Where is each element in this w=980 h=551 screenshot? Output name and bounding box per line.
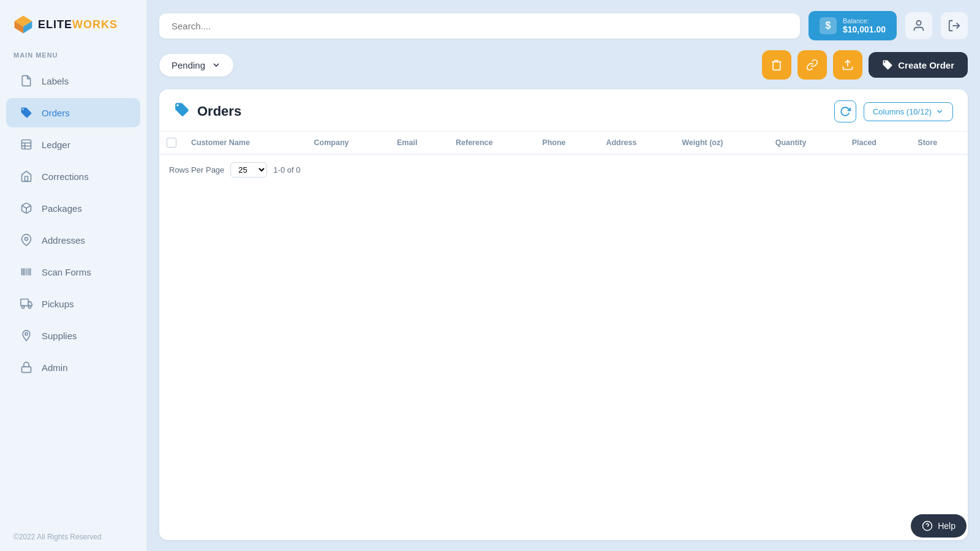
rows-per-page-label: Rows Per Page [169, 165, 224, 174]
truck-icon [20, 297, 33, 310]
sidebar-item-label: Ledger [42, 140, 70, 150]
sidebar-item-addresses[interactable]: Addresses [6, 225, 140, 255]
sidebar-item-label: Addresses [42, 235, 85, 246]
sidebar-item-label: Scan Forms [42, 267, 91, 277]
pagination-bar: Rows Per Page 25 50 100 1-0 of 0 [159, 154, 968, 185]
rows-per-page-select[interactable]: 25 50 100 [230, 162, 267, 178]
brand-name: ELITEWORKS [38, 18, 118, 31]
svg-rect-20 [22, 367, 31, 372]
checkbox-column [159, 132, 184, 154]
card-title: Orders [197, 103, 827, 119]
col-reference: Reference [448, 132, 535, 154]
balance-button[interactable]: $ Balance: $10,001.00 [809, 11, 897, 40]
pagination-text: 1-0 of 0 [273, 165, 300, 174]
svg-point-10 [25, 238, 28, 241]
balance-amount: $10,001.00 [843, 24, 886, 34]
logo-cube-icon [12, 13, 34, 36]
upload-icon [842, 59, 854, 71]
help-icon [922, 520, 933, 531]
sidebar-item-supplies[interactable]: Supplies [6, 321, 140, 350]
search-input[interactable] [159, 13, 800, 39]
logout-button[interactable] [941, 12, 968, 39]
sidebar: ELITEWORKS MAIN MENU Labels Orders Ledge… [0, 0, 147, 551]
sidebar-item-admin[interactable]: Admin [6, 353, 140, 382]
orders-table: Customer Name Company Email Reference Ph… [159, 132, 968, 154]
orders-header-icon [174, 102, 190, 121]
col-customer-name: Customer Name [184, 132, 307, 154]
topbar: $ Balance: $10,001.00 [159, 11, 968, 40]
tag-icon [20, 106, 33, 119]
sidebar-item-label: Admin [42, 362, 68, 373]
balance-label: Balance: [843, 17, 886, 24]
file-icon [20, 74, 33, 88]
svg-rect-17 [21, 299, 29, 306]
supplies-icon [20, 329, 33, 342]
refresh-icon [840, 106, 851, 117]
col-phone: Phone [535, 132, 598, 154]
svg-point-18 [22, 305, 24, 308]
delete-button[interactable] [762, 50, 791, 80]
col-company: Company [307, 132, 390, 154]
logo: ELITEWORKS [0, 0, 146, 47]
sidebar-item-scan-forms[interactable]: Scan Forms [6, 257, 140, 287]
filter-dropdown[interactable]: Pending [159, 54, 233, 77]
col-email: Email [390, 132, 448, 154]
lock-icon [20, 361, 33, 374]
sidebar-item-label: Corrections [42, 171, 89, 182]
columns-label: Columns (10/12) [873, 107, 932, 116]
user-button[interactable] [905, 12, 932, 39]
svg-rect-4 [22, 140, 31, 149]
create-order-button[interactable]: Create Order [869, 52, 968, 78]
sidebar-item-labels[interactable]: Labels [6, 66, 140, 96]
orders-card: Orders Columns (10/12) [159, 89, 968, 540]
balance-dollar-icon: $ [820, 17, 837, 34]
sidebar-item-label: Orders [42, 108, 70, 118]
menu-label: MAIN MENU [0, 47, 146, 65]
sidebar-item-pickups[interactable]: Pickups [6, 289, 140, 318]
svg-point-19 [28, 305, 31, 308]
help-label: Help [938, 521, 956, 531]
svg-point-21 [916, 21, 921, 25]
col-weight: Weight (oz) [674, 132, 767, 154]
card-header: Orders Columns (10/12) [159, 89, 968, 132]
tag-filled-icon [882, 59, 893, 70]
chevron-down-small-icon [935, 107, 944, 116]
corrections-icon [20, 170, 33, 183]
barcode-icon [20, 265, 33, 279]
col-store: Store [910, 132, 968, 154]
link-button[interactable] [797, 50, 827, 80]
location-icon [20, 233, 33, 247]
col-placed: Placed [845, 132, 911, 154]
trash-icon [771, 59, 783, 71]
sidebar-item-packages[interactable]: Packages [6, 193, 140, 223]
table-header: Customer Name Company Email Reference Ph… [159, 132, 968, 154]
link-icon [806, 59, 818, 71]
columns-button[interactable]: Columns (10/12) [864, 102, 953, 121]
logout-icon [948, 19, 961, 32]
refresh-button[interactable] [834, 100, 856, 122]
ledger-icon [20, 138, 33, 151]
sidebar-item-label: Labels [42, 76, 69, 86]
chevron-down-icon [211, 60, 221, 70]
sidebar-item-orders[interactable]: Orders [6, 98, 140, 127]
table-header-row: Customer Name Company Email Reference Ph… [159, 132, 968, 154]
col-quantity: Quantity [768, 132, 845, 154]
sidebar-item-corrections[interactable]: Corrections [6, 162, 140, 191]
sidebar-item-label: Pickups [42, 299, 74, 309]
sidebar-item-ledger[interactable]: Ledger [6, 130, 140, 159]
table-wrap: Customer Name Company Email Reference Ph… [159, 132, 968, 154]
sidebar-item-label: Packages [42, 203, 82, 214]
filter-label: Pending [172, 60, 205, 70]
main-content: $ Balance: $10,001.00 Pending [147, 0, 980, 551]
toolbar: Pending Create Order [159, 50, 968, 80]
select-all-checkbox[interactable] [167, 138, 176, 148]
sidebar-item-label: Supplies [42, 331, 77, 341]
user-icon [912, 19, 925, 32]
col-address: Address [598, 132, 674, 154]
svg-rect-8 [25, 176, 28, 181]
package-icon [20, 201, 33, 215]
footer-copyright: ©2022 All Rights Reserved [0, 523, 146, 551]
help-button[interactable]: Help [911, 514, 967, 538]
export-button[interactable] [833, 50, 862, 80]
create-order-label: Create Order [898, 60, 954, 70]
